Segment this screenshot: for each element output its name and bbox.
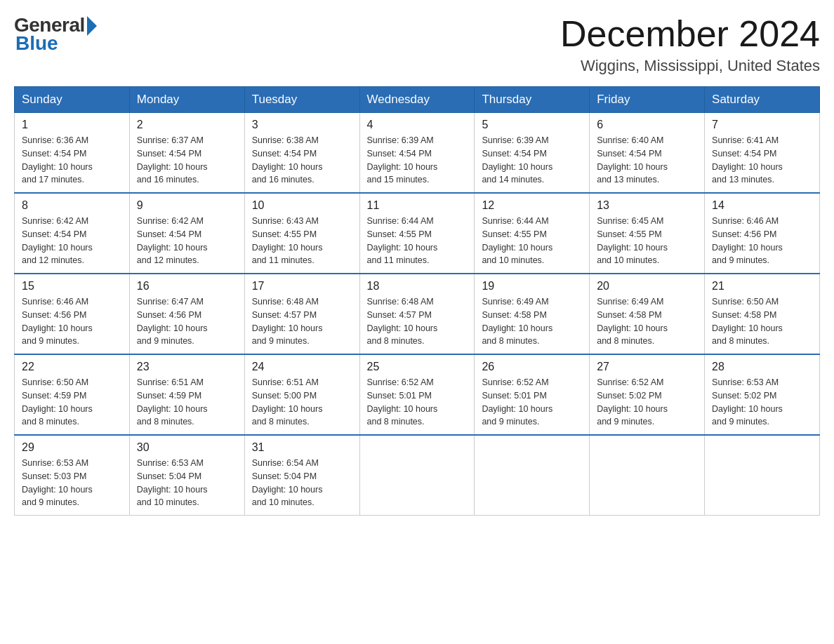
- table-cell: 8 Sunrise: 6:42 AM Sunset: 4:54 PM Dayli…: [15, 193, 130, 274]
- day-info: Sunrise: 6:49 AM Sunset: 4:58 PM Dayligh…: [482, 295, 582, 348]
- day-number: 19: [482, 280, 582, 293]
- page-header: General Blue December 2024 Wiggins, Miss…: [14, 14, 820, 75]
- day-number: 22: [22, 361, 122, 373]
- table-cell: 21 Sunrise: 6:50 AM Sunset: 4:58 PM Dayl…: [705, 274, 820, 354]
- day-number: 7: [712, 119, 812, 131]
- day-number: 9: [137, 199, 237, 212]
- day-info: Sunrise: 6:40 AM Sunset: 4:54 PM Dayligh…: [597, 134, 697, 187]
- header-saturday: Saturday: [705, 87, 820, 113]
- day-info: Sunrise: 6:47 AM Sunset: 4:56 PM Dayligh…: [137, 295, 237, 348]
- table-cell: [705, 435, 820, 516]
- table-cell: 22 Sunrise: 6:50 AM Sunset: 4:59 PM Dayl…: [15, 354, 130, 435]
- day-number: 21: [712, 280, 812, 293]
- day-info: Sunrise: 6:53 AM Sunset: 5:04 PM Dayligh…: [137, 457, 237, 509]
- table-cell: 10 Sunrise: 6:43 AM Sunset: 4:55 PM Dayl…: [244, 193, 359, 274]
- week-row-5: 29 Sunrise: 6:53 AM Sunset: 5:03 PM Dayl…: [15, 435, 820, 516]
- table-cell: [475, 435, 590, 516]
- day-info: Sunrise: 6:45 AM Sunset: 4:55 PM Dayligh…: [597, 215, 697, 267]
- day-info: Sunrise: 6:44 AM Sunset: 4:55 PM Dayligh…: [482, 215, 582, 267]
- day-number: 26: [482, 361, 582, 373]
- day-info: Sunrise: 6:36 AM Sunset: 4:54 PM Dayligh…: [22, 134, 122, 187]
- table-cell: 15 Sunrise: 6:46 AM Sunset: 4:56 PM Dayl…: [15, 274, 130, 354]
- day-info: Sunrise: 6:39 AM Sunset: 4:54 PM Dayligh…: [367, 134, 468, 187]
- day-info: Sunrise: 6:49 AM Sunset: 4:58 PM Dayligh…: [597, 295, 697, 348]
- day-number: 24: [252, 361, 352, 373]
- month-title: December 2024: [560, 14, 820, 54]
- day-number: 30: [137, 441, 237, 454]
- table-cell: 6 Sunrise: 6:40 AM Sunset: 4:54 PM Dayli…: [590, 113, 705, 194]
- week-row-1: 1 Sunrise: 6:36 AM Sunset: 4:54 PM Dayli…: [15, 113, 820, 194]
- day-number: 28: [712, 361, 812, 373]
- day-number: 12: [482, 199, 582, 212]
- logo: General Blue: [14, 14, 97, 55]
- day-info: Sunrise: 6:42 AM Sunset: 4:54 PM Dayligh…: [22, 215, 122, 267]
- day-number: 31: [252, 441, 352, 454]
- logo-blue-text: Blue: [14, 32, 58, 55]
- title-area: December 2024 Wiggins, Mississippi, Unit…: [560, 14, 820, 75]
- day-info: Sunrise: 6:41 AM Sunset: 4:54 PM Dayligh…: [712, 134, 812, 187]
- table-cell: 12 Sunrise: 6:44 AM Sunset: 4:55 PM Dayl…: [475, 193, 590, 274]
- day-info: Sunrise: 6:54 AM Sunset: 5:04 PM Dayligh…: [252, 457, 352, 509]
- day-info: Sunrise: 6:44 AM Sunset: 4:55 PM Dayligh…: [367, 215, 468, 267]
- day-number: 8: [22, 199, 122, 212]
- table-cell: 1 Sunrise: 6:36 AM Sunset: 4:54 PM Dayli…: [15, 113, 130, 194]
- day-number: 13: [597, 199, 697, 212]
- day-info: Sunrise: 6:50 AM Sunset: 4:58 PM Dayligh…: [712, 295, 812, 348]
- day-number: 10: [252, 199, 352, 212]
- day-info: Sunrise: 6:53 AM Sunset: 5:02 PM Dayligh…: [712, 376, 812, 429]
- table-cell: 26 Sunrise: 6:52 AM Sunset: 5:01 PM Dayl…: [475, 354, 590, 435]
- day-number: 29: [22, 441, 122, 454]
- table-cell: 23 Sunrise: 6:51 AM Sunset: 4:59 PM Dayl…: [129, 354, 244, 435]
- table-cell: 2 Sunrise: 6:37 AM Sunset: 4:54 PM Dayli…: [129, 113, 244, 194]
- day-info: Sunrise: 6:50 AM Sunset: 4:59 PM Dayligh…: [22, 376, 122, 429]
- day-number: 3: [252, 119, 352, 131]
- day-info: Sunrise: 6:37 AM Sunset: 4:54 PM Dayligh…: [137, 134, 237, 187]
- day-number: 4: [367, 119, 468, 131]
- table-cell: 17 Sunrise: 6:48 AM Sunset: 4:57 PM Dayl…: [244, 274, 359, 354]
- header-tuesday: Tuesday: [244, 87, 359, 113]
- day-info: Sunrise: 6:39 AM Sunset: 4:54 PM Dayligh…: [482, 134, 582, 187]
- day-number: 1: [22, 119, 122, 131]
- weekday-header-row: Sunday Monday Tuesday Wednesday Thursday…: [15, 87, 820, 113]
- table-cell: 4 Sunrise: 6:39 AM Sunset: 4:54 PM Dayli…: [359, 113, 475, 194]
- day-info: Sunrise: 6:51 AM Sunset: 5:00 PM Dayligh…: [252, 376, 352, 429]
- week-row-4: 22 Sunrise: 6:50 AM Sunset: 4:59 PM Dayl…: [15, 354, 820, 435]
- table-cell: 18 Sunrise: 6:48 AM Sunset: 4:57 PM Dayl…: [359, 274, 475, 354]
- day-info: Sunrise: 6:48 AM Sunset: 4:57 PM Dayligh…: [252, 295, 352, 348]
- day-info: Sunrise: 6:38 AM Sunset: 4:54 PM Dayligh…: [252, 134, 352, 187]
- day-info: Sunrise: 6:46 AM Sunset: 4:56 PM Dayligh…: [22, 295, 122, 348]
- table-cell: [359, 435, 475, 516]
- day-info: Sunrise: 6:46 AM Sunset: 4:56 PM Dayligh…: [712, 215, 812, 267]
- day-info: Sunrise: 6:52 AM Sunset: 5:01 PM Dayligh…: [367, 376, 468, 429]
- day-number: 23: [137, 361, 237, 373]
- header-sunday: Sunday: [15, 87, 130, 113]
- day-number: 2: [137, 119, 237, 131]
- header-thursday: Thursday: [475, 87, 590, 113]
- table-cell: 19 Sunrise: 6:49 AM Sunset: 4:58 PM Dayl…: [475, 274, 590, 354]
- day-info: Sunrise: 6:51 AM Sunset: 4:59 PM Dayligh…: [137, 376, 237, 429]
- day-number: 27: [597, 361, 697, 373]
- table-cell: [590, 435, 705, 516]
- location-title: Wiggins, Mississippi, United States: [560, 57, 820, 75]
- calendar-table: Sunday Monday Tuesday Wednesday Thursday…: [14, 86, 820, 516]
- table-cell: 30 Sunrise: 6:53 AM Sunset: 5:04 PM Dayl…: [129, 435, 244, 516]
- table-cell: 14 Sunrise: 6:46 AM Sunset: 4:56 PM Dayl…: [705, 193, 820, 274]
- table-cell: 27 Sunrise: 6:52 AM Sunset: 5:02 PM Dayl…: [590, 354, 705, 435]
- day-number: 6: [597, 119, 697, 131]
- day-number: 20: [597, 280, 697, 293]
- table-cell: 24 Sunrise: 6:51 AM Sunset: 5:00 PM Dayl…: [244, 354, 359, 435]
- day-number: 17: [252, 280, 352, 293]
- day-info: Sunrise: 6:48 AM Sunset: 4:57 PM Dayligh…: [367, 295, 468, 348]
- table-cell: 16 Sunrise: 6:47 AM Sunset: 4:56 PM Dayl…: [129, 274, 244, 354]
- table-cell: 11 Sunrise: 6:44 AM Sunset: 4:55 PM Dayl…: [359, 193, 475, 274]
- day-number: 18: [367, 280, 468, 293]
- logo-triangle-icon: [87, 16, 97, 36]
- day-info: Sunrise: 6:53 AM Sunset: 5:03 PM Dayligh…: [22, 457, 122, 509]
- table-cell: 20 Sunrise: 6:49 AM Sunset: 4:58 PM Dayl…: [590, 274, 705, 354]
- week-row-3: 15 Sunrise: 6:46 AM Sunset: 4:56 PM Dayl…: [15, 274, 820, 354]
- day-number: 5: [482, 119, 582, 131]
- table-cell: 13 Sunrise: 6:45 AM Sunset: 4:55 PM Dayl…: [590, 193, 705, 274]
- day-info: Sunrise: 6:52 AM Sunset: 5:02 PM Dayligh…: [597, 376, 697, 429]
- day-number: 14: [712, 199, 812, 212]
- day-info: Sunrise: 6:43 AM Sunset: 4:55 PM Dayligh…: [252, 215, 352, 267]
